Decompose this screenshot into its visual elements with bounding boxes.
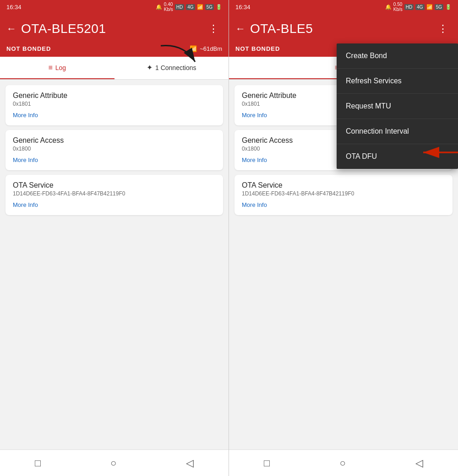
nav-circle-2[interactable]: ○ [339, 457, 345, 469]
hd-icon-2: HD [404, 4, 414, 10]
more-info-link-generic-access-2[interactable]: More Info [242, 157, 267, 163]
dropdown-item-ota-dfu[interactable]: OTA DFU [337, 144, 458, 169]
device-name-1: OTA-BLE5201 [21, 22, 106, 36]
data-speed-icon: 0.40Kb/s [164, 2, 173, 12]
service-card-ota-service-2: OTA Service 1D14D6EE-FD63-4FA1-BFA4-8F47… [234, 175, 453, 215]
service-card-generic-attr-1: Generic Attribute 0x1801 More Info [5, 85, 223, 125]
nav-square-2[interactable]: □ [264, 457, 270, 469]
service-name-generic-attr-1: Generic Attribute [13, 92, 216, 100]
bonded-status-2: NOT BONDED [235, 45, 280, 52]
tab-connections-1[interactable]: ✦ 1 Connections [114, 57, 229, 79]
hd-icon: HD [175, 4, 184, 10]
battery-icon-1: 🔋 [216, 4, 222, 10]
dropdown-item-refresh-services[interactable]: Refresh Services [337, 69, 458, 94]
more-info-link-generic-attr-1[interactable]: More Info [13, 112, 38, 119]
alarm-icon: 🔔 [156, 4, 162, 10]
nav-back-2[interactable]: ◁ [415, 457, 423, 469]
more-info-link-generic-access-1[interactable]: More Info [13, 157, 38, 163]
signal-strength-1: ~61dBm [200, 45, 222, 52]
service-card-ota-service-1: OTA Service 1D14D6EE-FD63-4FA1-BFA4-8F47… [5, 175, 223, 215]
bottom-nav-2: □ ○ ◁ [229, 449, 458, 476]
alarm-icon-2: 🔔 [385, 4, 392, 10]
signal-info-1: 📶 ~61dBm [190, 45, 222, 52]
phone-panel-2: 16:34 🔔 0.50Kb/s HD 4G 📶 5G 🔋 ← OTA-BLE5… [229, 0, 458, 476]
tab-log-label-1: Log [55, 64, 66, 71]
service-card-generic-access-1: Generic Access 0x1800 More Info [5, 130, 223, 170]
more-info-link-ota-2[interactable]: More Info [242, 201, 267, 208]
nav-circle-1[interactable]: ○ [110, 457, 116, 469]
status-icons-1: 🔔 0.40Kb/s HD 4G 📶 5G 🔋 [156, 2, 222, 12]
service-uuid-generic-attr-1: 0x1801 [13, 101, 216, 107]
ota-arrow-icon [418, 144, 458, 162]
network-5g-icon: 5G [205, 4, 214, 10]
dropdown-item-create-bond[interactable]: Create Bond [337, 43, 458, 69]
log-icon-1: ≡ [48, 64, 52, 72]
dropdown-menu: Create Bond Refresh Services Request MTU… [337, 43, 458, 169]
status-time-2: 16:34 [235, 4, 251, 11]
network-5g-icon-2: 5G [435, 4, 443, 10]
status-bar-2: 16:34 🔔 0.50Kb/s HD 4G 📶 5G 🔋 [229, 0, 458, 14]
network-4g-icon-2: 4G [415, 4, 424, 10]
back-button-1[interactable]: ← [6, 23, 16, 35]
three-dot-menu-1[interactable]: ⋮ [205, 21, 222, 37]
wifi-icon-2: 📶 [426, 4, 433, 10]
tab-connections-label-1: 1 Connections [155, 64, 196, 71]
dropdown-item-connection-interval[interactable]: Connection Interval [337, 119, 458, 144]
bonded-status-1: NOT BONDED [6, 45, 51, 52]
three-dot-menu-2[interactable]: ⋮ [434, 21, 452, 37]
device-name-2: OTA-BLE5 [250, 22, 313, 36]
connections-icon-1: ✦ [147, 63, 153, 72]
header-actions-2: ⋮ [434, 21, 452, 37]
wifi-icon-1: 📶 [197, 4, 203, 10]
network-4g-icon: 4G [186, 4, 195, 10]
status-bar-1: 16:34 🔔 0.40Kb/s HD 4G 📶 5G 🔋 [0, 0, 229, 14]
tabs-bar-1: ≡ Log ✦ 1 Connections [0, 57, 229, 80]
more-info-link-generic-attr-2[interactable]: More Info [242, 112, 267, 119]
battery-icon-2: 🔋 [445, 4, 452, 10]
header-left-1: ← OTA-BLE5201 [6, 22, 106, 36]
back-button-2[interactable]: ← [235, 23, 245, 35]
header-left-2: ← OTA-BLE5 [235, 22, 313, 36]
tab-log-1[interactable]: ≡ Log [0, 57, 114, 79]
service-name-generic-access-1: Generic Access [13, 136, 216, 145]
more-info-link-ota-1[interactable]: More Info [13, 201, 38, 208]
service-name-ota-2: OTA Service [242, 181, 445, 189]
bottom-nav-1: □ ○ ◁ [0, 449, 229, 476]
phone-panel-1: 16:34 🔔 0.40Kb/s HD 4G 📶 5G 🔋 ← OTA-BLE5… [0, 0, 229, 476]
device-status-1: NOT BONDED 📶 ~61dBm [0, 43, 229, 57]
status-time-1: 16:34 [6, 4, 22, 11]
app-header-1: ← OTA-BLE5201 ⋮ [0, 14, 229, 43]
status-icons-2: 🔔 0.50Kb/s HD 4G 📶 5G 🔋 [385, 2, 452, 12]
service-name-ota-1: OTA Service [13, 181, 216, 189]
data-speed-icon-2: 0.50Kb/s [393, 2, 403, 12]
service-uuid-generic-access-1: 0x1800 [13, 146, 216, 152]
services-list-1: Generic Attribute 0x1801 More Info Gener… [0, 80, 229, 449]
header-actions-1: ⋮ [205, 21, 222, 37]
service-uuid-ota-1: 1D14D6EE-FD63-4FA1-BFA4-8F47B42119F0 [13, 190, 216, 197]
dropdown-item-request-mtu[interactable]: Request MTU [337, 94, 458, 119]
wifi-signal-icon-1: 📶 [190, 45, 197, 52]
service-uuid-ota-2: 1D14D6EE-FD63-4FA1-BFA4-8F47B42119F0 [242, 190, 445, 197]
nav-back-1[interactable]: ◁ [186, 457, 194, 469]
nav-square-1[interactable]: □ [35, 457, 41, 469]
app-header-2: ← OTA-BLE5 ⋮ [229, 14, 458, 43]
